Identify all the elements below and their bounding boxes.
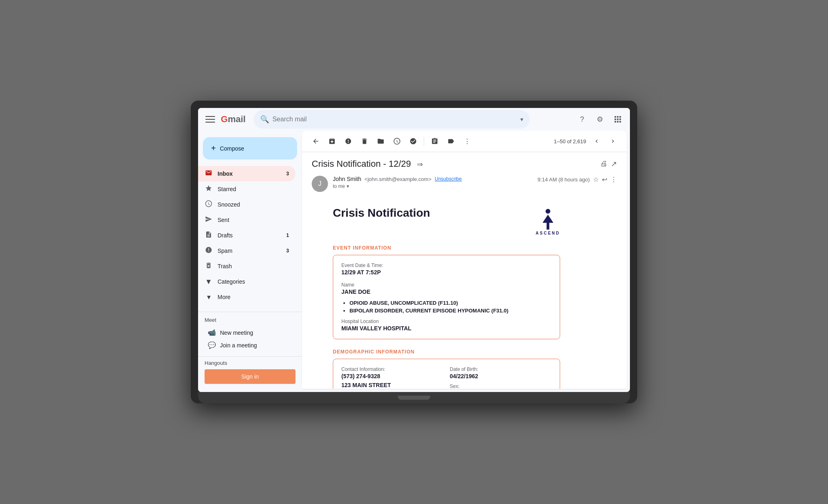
- sidebar-item-categories[interactable]: ▼ Categories: [198, 274, 295, 289]
- email-body: Crisis Notification ASCEND: [312, 200, 617, 389]
- meet-title: Meet: [205, 317, 295, 323]
- crisis-title: Crisis Notification: [333, 207, 430, 220]
- categories-label: Categories: [218, 278, 245, 285]
- ascend-text: ASCEND: [536, 231, 560, 235]
- starred-label: Starred: [218, 186, 236, 192]
- demo-info-box: Contact Information: (573) 274-9328 123 …: [333, 359, 560, 389]
- to-me-arrow[interactable]: ▾: [347, 183, 349, 189]
- ascend-logo: ASCEND: [536, 207, 560, 235]
- crisis-header: Crisis Notification ASCEND: [333, 207, 560, 235]
- diagnoses-list: OPIOID ABUSE, UNCOMPLICATED (F11.10) BIP…: [341, 300, 552, 314]
- new-window-icon[interactable]: ↗: [611, 159, 617, 168]
- demo-section-label: DEMOGRAPHIC INFORMATION: [333, 349, 560, 355]
- settings-icon[interactable]: ⚙: [593, 112, 607, 127]
- sex-label: Sex:: [450, 383, 552, 389]
- back-button[interactable]: [308, 134, 323, 149]
- subject-actions: 🖨 ↗: [600, 159, 617, 168]
- trash-label: Trash: [218, 263, 232, 269]
- reply-icon[interactable]: ↩: [602, 176, 607, 183]
- top-bar: Gmail 🔍 ▾ ? ⚙: [198, 108, 630, 131]
- drafts-badge: 1: [286, 233, 289, 238]
- event-date-value: 12/29 AT 7:52P: [341, 269, 552, 276]
- sidebar-item-snoozed[interactable]: Snoozed: [198, 197, 295, 212]
- label-icon[interactable]: [444, 134, 458, 149]
- signin-button[interactable]: Sign in: [205, 369, 295, 384]
- categories-expand-icon: ▼: [205, 278, 213, 286]
- email-subject-text: Crisis Notification - 12/29 ⇒: [312, 159, 423, 169]
- add-to-tasks-icon[interactable]: [427, 134, 442, 149]
- time-text: 9:14 AM (8 hours ago): [537, 177, 590, 183]
- new-meeting-item[interactable]: 📹 New meeting: [205, 326, 295, 339]
- hospital-label: Hospital Location: [341, 319, 552, 324]
- diagnosis-1: OPIOID ABUSE, UNCOMPLICATED (F11.10): [349, 300, 552, 306]
- sidebar-item-inbox[interactable]: Inbox 3: [198, 166, 295, 181]
- svg-rect-2: [619, 116, 621, 118]
- starred-icon: [205, 185, 213, 194]
- event-date-label: Event Date & Time:: [341, 263, 552, 268]
- report-spam-icon[interactable]: [341, 134, 356, 149]
- more-message-icon[interactable]: ⋮: [610, 176, 617, 183]
- svg-rect-1: [617, 116, 619, 118]
- snoozed-icon: [205, 200, 213, 209]
- sidebar-item-starred[interactable]: Starred: [198, 181, 295, 197]
- sidebar-item-trash[interactable]: Trash: [198, 258, 295, 274]
- ascend-logo-svg: [538, 207, 558, 231]
- name-label: Name: [341, 282, 552, 288]
- next-page-button[interactable]: [606, 134, 620, 149]
- svg-rect-0: [615, 116, 616, 118]
- pagination-info: 1–50 of 2,619: [554, 134, 620, 149]
- compose-label: Compose: [220, 145, 244, 152]
- new-meeting-label: New meeting: [220, 330, 253, 336]
- sidebar-item-sent[interactable]: Sent: [198, 212, 295, 228]
- sender-line: John Smith <john.smith@example.com> Unsu…: [333, 176, 537, 182]
- address-line1: 123 MAIN STREET: [341, 382, 443, 388]
- inbox-label: Inbox: [218, 170, 233, 177]
- spam-icon: [205, 246, 213, 256]
- svg-point-9: [546, 209, 550, 214]
- sidebar-item-spam[interactable]: Spam 3: [198, 243, 295, 258]
- email-area: ⋮ 1–50 of 2,619: [302, 131, 627, 389]
- search-icon: 🔍: [260, 115, 269, 124]
- svg-rect-3: [615, 118, 616, 120]
- demo-grid: Contact Information: (573) 274-9328 123 …: [341, 366, 552, 389]
- main-content: + Compose Inbox 3 Starre: [198, 131, 630, 392]
- join-meeting-icon: 💬: [208, 341, 216, 349]
- phone-value: (573) 274-9328: [341, 373, 443, 379]
- name-value: JANE DOE: [341, 289, 552, 295]
- join-meeting-item[interactable]: 💬 Join a meeting: [205, 339, 295, 351]
- to-me-label[interactable]: to me: [333, 183, 345, 189]
- svg-rect-6: [615, 121, 616, 123]
- diagnosis-2: BIPOLAR DISORDER, CURRENT EPISODE HYPOMA…: [349, 308, 552, 314]
- snoozed-label: Snoozed: [218, 201, 240, 208]
- search-dropdown-icon[interactable]: ▾: [520, 116, 523, 123]
- sidebar-item-more[interactable]: ▾ More: [198, 289, 295, 305]
- unsubscribe-link[interactable]: Unsubscribe: [435, 176, 462, 182]
- move-to-icon[interactable]: [373, 134, 388, 149]
- mark-as-done-icon[interactable]: [406, 134, 420, 149]
- menu-icon[interactable]: [203, 112, 218, 127]
- star-icon[interactable]: ☆: [593, 176, 599, 183]
- dob-value: 04/22/1962: [450, 373, 552, 379]
- sidebar-item-drafts[interactable]: Drafts 1: [198, 228, 295, 243]
- apps-icon[interactable]: [610, 112, 625, 127]
- sidebar: + Compose Inbox 3 Starre: [198, 131, 302, 392]
- sender-name: John Smith: [333, 176, 361, 182]
- compose-button[interactable]: + Compose: [203, 137, 297, 159]
- demo-col-left: Contact Information: (573) 274-9328 123 …: [341, 366, 443, 389]
- compose-plus-icon: +: [211, 144, 216, 153]
- svg-rect-4: [617, 118, 619, 120]
- snooze-icon[interactable]: [390, 134, 404, 149]
- search-input[interactable]: [272, 116, 517, 123]
- message-header: J John Smith <john.smith@example.com> Un…: [312, 176, 617, 192]
- archive-icon[interactable]: [325, 134, 339, 149]
- sent-icon: [205, 215, 213, 225]
- print-icon[interactable]: 🖨: [600, 159, 608, 168]
- meet-section: Meet 📹 New meeting 💬 Join a meeting: [198, 312, 302, 356]
- help-icon[interactable]: ?: [575, 112, 589, 127]
- prev-page-button[interactable]: [589, 134, 604, 149]
- delete-icon[interactable]: [357, 134, 372, 149]
- hospital-value: MIAMI VALLEY HOSPITAL: [341, 325, 552, 332]
- crisis-content: Crisis Notification ASCEND: [333, 207, 560, 389]
- demo-col-right: Date of Birth: 04/22/1962 Sex: FEMALE Ra…: [450, 366, 552, 389]
- more-options-icon[interactable]: ⋮: [460, 134, 474, 149]
